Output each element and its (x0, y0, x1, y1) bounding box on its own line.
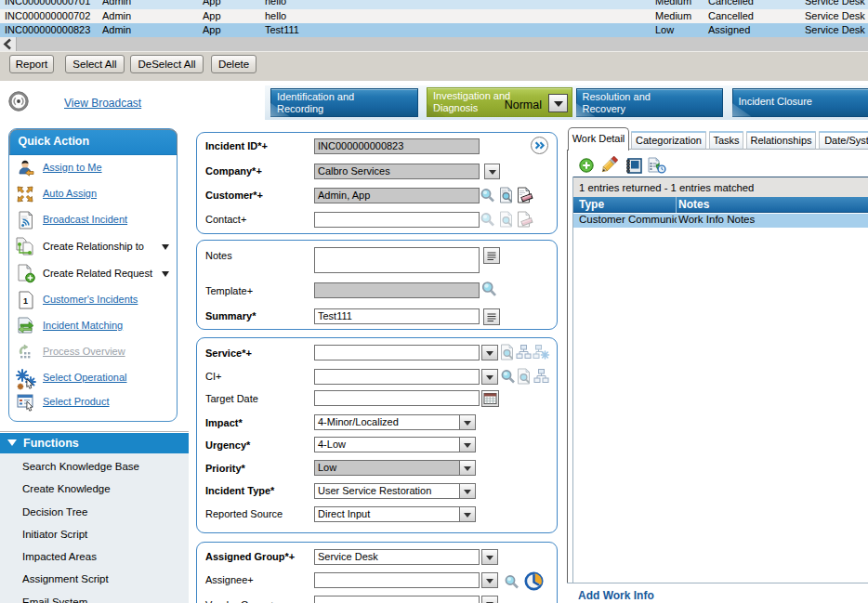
svg-text:1: 1 (23, 296, 28, 306)
